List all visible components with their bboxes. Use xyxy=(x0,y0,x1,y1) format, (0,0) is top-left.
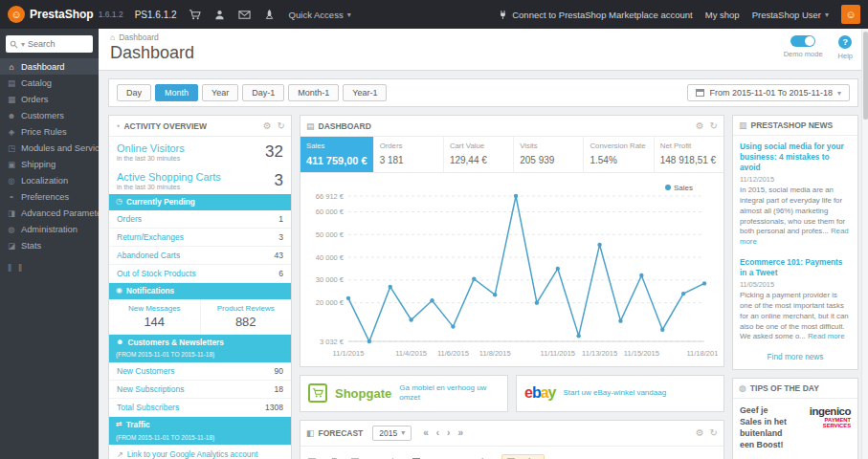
sidebar-item-shipping[interactable]: ▣Shipping xyxy=(0,156,99,172)
help-icon[interactable]: ? xyxy=(838,35,852,49)
stats-icon: ◪ xyxy=(7,241,16,251)
range-button-year[interactable]: Year xyxy=(202,84,238,101)
people-icon: ☻ xyxy=(116,338,123,347)
marketplace-link[interactable]: Connect to PrestaShop Marketplace accoun… xyxy=(498,10,693,20)
page-scrollbar[interactable] xyxy=(861,29,868,459)
svg-text:40 000 €: 40 000 € xyxy=(316,253,345,262)
forecast-panel-title: FORECAST xyxy=(319,428,364,438)
total-subscribers-link[interactable]: Total Subscribers xyxy=(117,403,179,412)
sidebar-item-modules[interactable]: ◳Modules and Services xyxy=(0,140,99,156)
mail-icon[interactable] xyxy=(238,9,251,21)
range-button-year-1[interactable]: Year-1 xyxy=(343,84,387,101)
kpi-tab-orders[interactable]: Orders3 181 xyxy=(374,137,444,172)
refresh-icon[interactable]: ↻ xyxy=(278,120,285,131)
preferences-icon: ◓ xyxy=(7,192,16,202)
forecast-legend-sales[interactable]: Sales xyxy=(501,454,545,459)
kpi-tabs: Sales411 759,00 € Orders3 181 Cart Value… xyxy=(300,137,723,173)
kpi-tab-visits[interactable]: Visits205 939 xyxy=(514,137,584,172)
news-article-date: 11/12/2015 xyxy=(740,175,851,184)
gear-icon[interactable]: ⚙ xyxy=(696,427,704,438)
my-shop-link[interactable]: My shop xyxy=(705,10,740,20)
quick-access-menu[interactable]: Quick Access ▾ xyxy=(289,10,351,20)
prev-page-icon[interactable]: ‹ xyxy=(434,427,441,438)
new-subscriptions-link[interactable]: New Subscriptions xyxy=(117,384,184,394)
tips-headline: Geef je Sales in het buitenland een Boos… xyxy=(740,405,790,451)
news-article-title[interactable]: Using social media for your business: 4 … xyxy=(740,142,851,172)
sidebar-collapse-icon[interactable]: ‖ ‖ xyxy=(0,253,99,283)
sidebar-item-stats[interactable]: ◪Stats xyxy=(0,237,99,253)
date-range-picker[interactable]: From 2015-11-01 To 2015-11-18 ▾ xyxy=(687,84,850,101)
prestashop-logo[interactable]: ☺ PrestaShop 1.6.1.2 xyxy=(8,6,123,23)
out-of-stock-link[interactable]: Out of Stock Products xyxy=(117,269,196,278)
ingenico-logo: ingenico PAYMENT SERVICES xyxy=(795,405,851,451)
sidebar-item-advanced-parameters[interactable]: ◨Advanced Parameters xyxy=(0,205,99,221)
news-article-title[interactable]: Ecommerce 101: Payments in a Tweet xyxy=(740,257,851,278)
new-messages-cell[interactable]: New Messages 144 xyxy=(109,299,200,334)
shopgate-promo-link[interactable]: Ga mobiel en verhoog uw omzet xyxy=(399,383,500,404)
customers-newsletters-header: ☻ Customers & Newsletters (FROM 2015-11-… xyxy=(109,335,291,362)
avatar[interactable]: ☺ xyxy=(841,5,860,24)
new-customers-link[interactable]: New Customers xyxy=(117,366,174,376)
kpi-tab-sales[interactable]: Sales411 759,00 € xyxy=(300,137,374,172)
read-more-link[interactable]: Read more xyxy=(808,332,845,340)
find-more-news-link[interactable]: Find more news xyxy=(733,346,857,369)
topbar: ☺ PrestaShop 1.6.1.2 PS1.6.1.2 Quick Acc… xyxy=(0,0,868,29)
sidebar-item-preferences[interactable]: ◓Preferences xyxy=(0,188,99,205)
gear-icon[interactable]: ⚙ xyxy=(696,120,704,131)
search-icon xyxy=(10,40,18,49)
google-analytics-link[interactable]: Link to your Google Analytics account xyxy=(127,450,258,459)
demo-mode-toggle[interactable] xyxy=(790,35,815,47)
shopgate-promo: Shopgate Ga mobiel en verhoog uw omzet xyxy=(300,375,508,412)
ebay-promo-link[interactable]: Start uw eBay-winkel vandaag xyxy=(564,388,667,398)
localization-icon: ◎ xyxy=(7,176,16,186)
pending-orders-link[interactable]: Orders xyxy=(117,214,142,224)
news-article-excerpt: In 2015, social media are an integral pa… xyxy=(740,186,851,248)
svg-text:30 000 €: 30 000 € xyxy=(316,275,345,284)
activity-panel-icon: ◔ xyxy=(115,121,120,131)
kpi-tab-cart-value[interactable]: Cart Value129,44 € xyxy=(444,137,514,172)
sidebar-item-price-rules[interactable]: ◈Price Rules xyxy=(0,123,99,140)
product-reviews-cell[interactable]: Product Reviews 882 xyxy=(200,299,292,334)
traffic-header: ⇄ Traffic (FROM 2015-11-01 TO 2015-11-18… xyxy=(109,417,291,445)
pending-returns-link[interactable]: Return/Exchanges xyxy=(117,232,184,242)
sidebar-item-localization[interactable]: ◎Localization xyxy=(0,172,99,188)
customer-icon[interactable] xyxy=(213,9,226,21)
forecast-year-select[interactable]: 2015▾ xyxy=(372,426,412,441)
refresh-icon[interactable]: ↻ xyxy=(710,427,718,438)
next-page-icon[interactable]: › xyxy=(445,427,452,438)
home-icon: ⌂ xyxy=(110,33,115,42)
last-page-icon[interactable]: » xyxy=(456,427,465,438)
cart-icon[interactable] xyxy=(189,9,201,21)
active-carts-value: 3 xyxy=(275,171,283,190)
first-page-icon[interactable]: « xyxy=(421,427,431,438)
rocket-icon[interactable] xyxy=(263,9,276,21)
range-button-day[interactable]: Day xyxy=(117,84,151,101)
range-button-month-1[interactable]: Month-1 xyxy=(288,84,339,101)
sidebar-item-dashboard[interactable]: ⌂Dashboard xyxy=(0,58,99,75)
sidebar-menu: ⌂Dashboard ▤Catalog ▦Orders ☻Customers ◈… xyxy=(0,58,99,253)
sidebar-item-administration[interactable]: ◍Administration xyxy=(0,221,99,237)
gear-icon[interactable]: ⚙ xyxy=(263,120,272,131)
dashboard-panel: ▤ DASHBOARD ⚙↻ Sales411 759,00 € Orders3… xyxy=(300,115,724,367)
range-button-month[interactable]: Month xyxy=(155,84,198,101)
scrollbar-thumb[interactable] xyxy=(863,32,868,120)
shopgate-logo-icon xyxy=(308,383,327,403)
demo-mode-label: Demo mode xyxy=(784,50,823,58)
date-range-toolbar: Day Month Year Day-1 Month-1 Year-1 From… xyxy=(108,78,858,107)
search-input[interactable] xyxy=(28,39,78,49)
abandoned-carts-link[interactable]: Abandoned Carts xyxy=(117,251,180,260)
sidebar-item-orders[interactable]: ▦Orders xyxy=(0,91,99,107)
sales-chart: 3 032 €20 000 €30 000 €40 000 €50 000 €6… xyxy=(300,173,723,366)
ebay-logo: ebay xyxy=(524,384,556,402)
kpi-tab-conversion-rate[interactable]: Conversion Rate1.54% xyxy=(584,137,654,172)
refresh-icon[interactable]: ↻ xyxy=(710,120,718,131)
range-button-day-1[interactable]: Day-1 xyxy=(242,84,284,101)
user-menu[interactable]: PrestaShop User ▾ xyxy=(752,10,829,20)
sidebar-item-catalog[interactable]: ▤Catalog xyxy=(0,75,99,91)
sidebar-item-customers[interactable]: ☻Customers xyxy=(0,107,99,123)
kpi-tab-net-profit[interactable]: Net Profit148 918,51 € xyxy=(655,137,723,172)
quick-access-label: Quick Access xyxy=(289,10,344,20)
svg-text:11/18/2015: 11/18/2015 xyxy=(687,349,718,358)
sidebar-search[interactable]: ▾ xyxy=(6,35,93,53)
svg-text:11/11/2015: 11/11/2015 xyxy=(541,349,575,358)
